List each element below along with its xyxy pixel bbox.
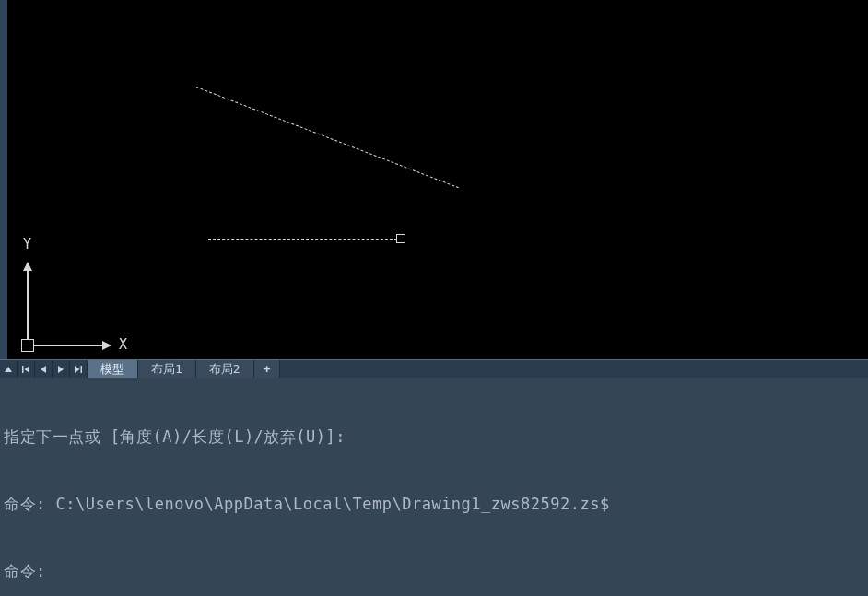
tab-nav-first[interactable] xyxy=(18,360,35,378)
svg-marker-5 xyxy=(75,366,80,373)
tab-nav-prev[interactable] xyxy=(35,360,53,378)
layout-tab-bar: 模型 布局1 布局2 + xyxy=(0,359,868,378)
cmd-line: 指定下一点或 [角度(A)/长度(L)/放弃(U)]: xyxy=(4,426,864,449)
drawing-line-1[interactable] xyxy=(196,87,459,188)
tab-nav-next[interactable] xyxy=(53,360,70,378)
svg-marker-2 xyxy=(25,366,30,373)
cmd-line: 命令: xyxy=(4,560,864,583)
command-history: 指定下一点或 [角度(A)/长度(L)/放弃(U)]: 命令: C:\Users… xyxy=(4,381,864,596)
svg-marker-0 xyxy=(5,367,12,372)
ucs-x-label: X xyxy=(119,336,127,353)
cmd-line: 命令: C:\Users\lenovo\AppData\Local\Temp\D… xyxy=(4,493,864,516)
tab-add-layout[interactable]: + xyxy=(254,360,281,378)
drawing-canvas[interactable]: X Y xyxy=(0,0,868,359)
ucs-x-axis xyxy=(34,345,108,347)
ucs-origin-box xyxy=(21,339,34,352)
ucs-y-axis xyxy=(27,265,29,339)
cursor-pickbox xyxy=(396,234,405,243)
command-panel: 指定下一点或 [角度(A)/长度(L)/放弃(U)]: 命令: C:\Users… xyxy=(0,378,868,596)
ucs-y-arrow xyxy=(23,262,32,271)
tab-layout2[interactable]: 布局2 xyxy=(196,360,254,378)
ucs-icon[interactable]: X Y xyxy=(21,251,123,352)
ucs-y-label: Y xyxy=(23,236,31,252)
svg-rect-6 xyxy=(81,366,83,373)
tab-model[interactable]: 模型 xyxy=(88,360,138,378)
svg-marker-3 xyxy=(41,366,46,373)
svg-marker-4 xyxy=(58,366,64,373)
tab-layout1[interactable]: 布局1 xyxy=(138,360,196,378)
tab-nav-last[interactable] xyxy=(70,360,88,378)
drawing-line-2[interactable] xyxy=(208,239,397,240)
ucs-x-arrow xyxy=(102,341,111,350)
tab-nav-up[interactable] xyxy=(0,360,18,378)
svg-rect-1 xyxy=(22,366,24,373)
